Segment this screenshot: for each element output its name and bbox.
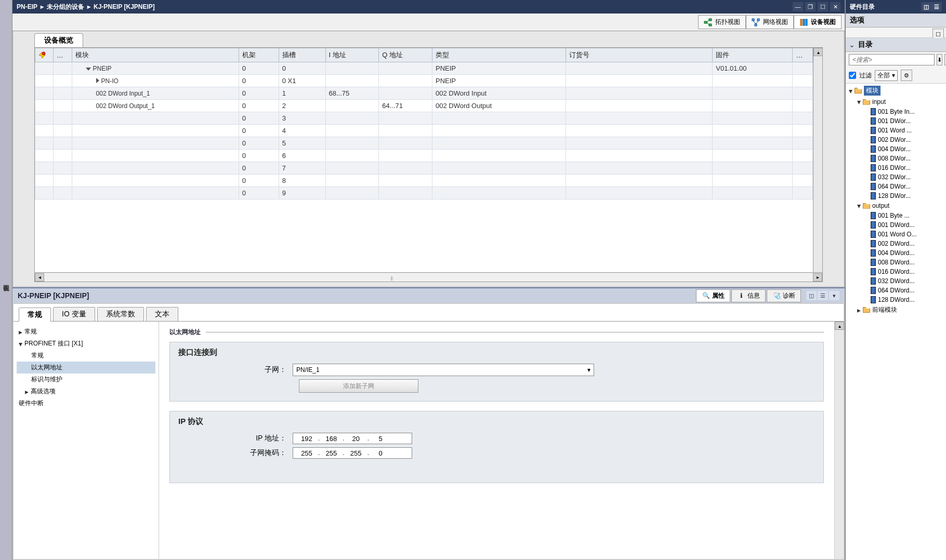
table-row[interactable]: 03 bbox=[35, 112, 813, 125]
hw-node-output[interactable]: ▾ output bbox=[848, 201, 944, 211]
device-overview-grid[interactable]: … 模块 机架 插槽 I 地址 Q 地址 类型 订货号 固件 … bbox=[35, 48, 813, 272]
hw-catalog-item[interactable]: 128 DWord... bbox=[848, 295, 944, 304]
table-row[interactable]: 08 bbox=[35, 175, 813, 187]
col-type[interactable]: 类型 bbox=[432, 48, 566, 62]
hw-catalog-item[interactable]: 032 DWord... bbox=[848, 276, 944, 286]
col-status-icon[interactable] bbox=[35, 48, 54, 62]
col-firmware[interactable]: 固件 bbox=[713, 48, 793, 62]
panel-layout1-button[interactable]: ◫ bbox=[806, 291, 817, 300]
breadcrumb-item[interactable]: PN-EIP bbox=[17, 3, 37, 10]
scroll-right-button[interactable]: ▸ bbox=[813, 273, 822, 282]
col-order[interactable]: 订货号 bbox=[566, 48, 713, 62]
scroll-up-button[interactable]: ▴ bbox=[835, 322, 844, 330]
hw-options-header[interactable]: 选项 bbox=[846, 14, 946, 28]
hw-panel-pin-button[interactable]: ☰ bbox=[931, 2, 942, 11]
ip-seg-3[interactable] bbox=[345, 435, 367, 443]
hw-catalog-item[interactable]: 016 DWord... bbox=[848, 267, 944, 276]
vertical-scrollbar[interactable]: ▴ bbox=[813, 48, 822, 272]
subtab-general[interactable]: 常规 bbox=[19, 308, 51, 322]
mask-seg-2[interactable] bbox=[320, 449, 343, 457]
table-row[interactable]: 09 bbox=[35, 187, 813, 199]
table-row[interactable]: PN-IO00 X1PNEIP bbox=[35, 75, 813, 87]
hw-catalog-item[interactable]: 001 Word ... bbox=[848, 126, 944, 135]
hw-catalog-item[interactable]: 001 Byte In... bbox=[848, 107, 944, 116]
hw-catalog-item[interactable]: 008 DWord... bbox=[848, 258, 944, 267]
hw-node-input[interactable]: ▾ input bbox=[848, 97, 944, 107]
hw-catalog-item[interactable]: 032 DWor... bbox=[848, 172, 944, 182]
maximize-button[interactable]: ☐ bbox=[818, 2, 828, 11]
panel-collapse-button[interactable]: ▾ bbox=[829, 291, 839, 300]
hw-catalog-item[interactable]: 008 DWor... bbox=[848, 154, 944, 163]
mask-seg-3[interactable] bbox=[345, 449, 367, 457]
tab-network-view[interactable]: 网络视图 bbox=[746, 15, 794, 29]
hw-catalog-item[interactable]: 002 DWord... bbox=[848, 239, 944, 248]
table-row[interactable]: 002 DWord Output_10264...71002 DWord Out… bbox=[35, 100, 813, 112]
tree-node-pf-general[interactable]: 常规 bbox=[17, 350, 155, 362]
table-row[interactable]: 07 bbox=[35, 162, 813, 175]
ip-seg-1[interactable] bbox=[295, 435, 318, 443]
mask-seg-4[interactable] bbox=[369, 449, 392, 457]
scroll-up-button[interactable]: ▴ bbox=[813, 48, 823, 56]
tree-node-advanced[interactable]: ▸高级选项 bbox=[17, 385, 155, 397]
subnet-select[interactable]: PN/IE_1 ▾ bbox=[293, 364, 594, 376]
minimize-button[interactable]: — bbox=[793, 2, 803, 11]
ip-seg-4[interactable] bbox=[369, 435, 392, 443]
col-more[interactable]: … bbox=[793, 48, 813, 62]
props-vertical-scrollbar[interactable]: ▴ bbox=[834, 322, 844, 559]
breadcrumb-item[interactable]: KJ-PNEIP [KJPNEIP] bbox=[94, 3, 155, 10]
table-row[interactable]: PNEIP00PNEIPV01.01.00 bbox=[35, 62, 813, 75]
scroll-left-button[interactable]: ◂ bbox=[35, 273, 44, 282]
subtab-sys-const[interactable]: 系统常数 bbox=[97, 307, 144, 321]
col-qaddr[interactable]: Q 地址 bbox=[379, 48, 432, 62]
horizontal-scrollbar[interactable]: ◂ ⫴ ▸ bbox=[35, 272, 822, 282]
tab-properties[interactable]: 🔍 属性 bbox=[696, 289, 730, 302]
table-row[interactable]: 05 bbox=[35, 137, 813, 150]
col-expand[interactable]: … bbox=[53, 48, 72, 62]
subtab-io-vars[interactable]: IO 变量 bbox=[53, 307, 95, 321]
hw-node-front[interactable]: ▸ 前端模块 bbox=[848, 304, 944, 315]
hw-catalog-item[interactable]: 064 DWord... bbox=[848, 286, 944, 295]
expander-icon[interactable] bbox=[86, 68, 91, 71]
subnet-mask-input[interactable]: . . . bbox=[293, 447, 412, 459]
tree-node-ethernet[interactable]: 以太网地址 bbox=[17, 362, 155, 374]
hw-catalog-item[interactable]: 001 Word O... bbox=[848, 230, 944, 239]
hw-catalog-item[interactable]: 001 Byte ... bbox=[848, 211, 944, 220]
hw-catalog-item[interactable]: 064 DWor... bbox=[848, 182, 944, 191]
col-iaddr[interactable]: I 地址 bbox=[325, 48, 379, 62]
subtab-text[interactable]: 文本 bbox=[146, 307, 178, 321]
restore-button[interactable]: ❐ bbox=[805, 2, 816, 11]
hw-catalog-item[interactable]: 016 DWor... bbox=[848, 163, 944, 172]
mask-seg-1[interactable] bbox=[295, 449, 318, 457]
hw-panel-layout-button[interactable]: ◫ bbox=[921, 2, 931, 11]
scroll-track[interactable]: ⫴ bbox=[44, 273, 813, 282]
breadcrumb-item[interactable]: 未分组的设备 bbox=[47, 3, 84, 11]
tree-node-general[interactable]: ▸常规 bbox=[17, 326, 155, 338]
hw-catalog-item[interactable]: 001 DWor... bbox=[848, 116, 944, 126]
hw-catalog-item[interactable]: 002 DWor... bbox=[848, 135, 944, 144]
tab-device-overview[interactable]: 设备概览 bbox=[34, 33, 83, 47]
col-slot[interactable]: 插槽 bbox=[279, 48, 325, 62]
col-rack[interactable]: 机架 bbox=[239, 48, 279, 62]
ip-seg-2[interactable] bbox=[320, 435, 343, 443]
table-row[interactable]: 002 DWord Input_10168...75002 DWord Inpu… bbox=[35, 87, 813, 100]
tab-info[interactable]: ℹ 信息 bbox=[731, 289, 766, 302]
col-module[interactable]: 模块 bbox=[72, 48, 239, 62]
hw-node-modules[interactable]: ▾ 模块 bbox=[848, 85, 944, 97]
close-button[interactable]: ✕ bbox=[830, 2, 840, 11]
hw-catalog-item[interactable]: 004 DWord... bbox=[848, 248, 944, 258]
tab-diagnostics[interactable]: 🩺 诊断 bbox=[767, 289, 801, 302]
tab-device-view[interactable]: 设备视图 bbox=[794, 15, 842, 29]
hw-catalog-item[interactable]: 128 DWor... bbox=[848, 191, 944, 201]
tree-node-hw-interrupt[interactable]: 硬件中断 bbox=[17, 397, 155, 409]
add-subnet-button[interactable]: 添加新子网 bbox=[299, 379, 418, 393]
hw-catalog-tree[interactable]: ▾ 模块 ▾ input 001 Byte In...001 DWor...00… bbox=[846, 84, 946, 560]
panel-layout2-button[interactable]: ☰ bbox=[818, 291, 828, 300]
tree-node-profinet[interactable]: ▾PROFINET 接口 [X1] bbox=[17, 338, 155, 350]
filter-profile-select[interactable]: 全部 ▾ bbox=[875, 70, 898, 81]
hw-catalog-item[interactable]: 004 DWor... bbox=[848, 144, 944, 154]
hw-catalog-item[interactable]: 001 DWord... bbox=[848, 220, 944, 230]
device-view-sidebar-tab[interactable]: 设备视图 bbox=[0, 0, 12, 560]
tree-node-ident[interactable]: 标识与维护 bbox=[17, 374, 155, 385]
expander-icon[interactable] bbox=[96, 78, 99, 83]
catalog-expand-icon[interactable]: ⌄ bbox=[849, 41, 855, 49]
